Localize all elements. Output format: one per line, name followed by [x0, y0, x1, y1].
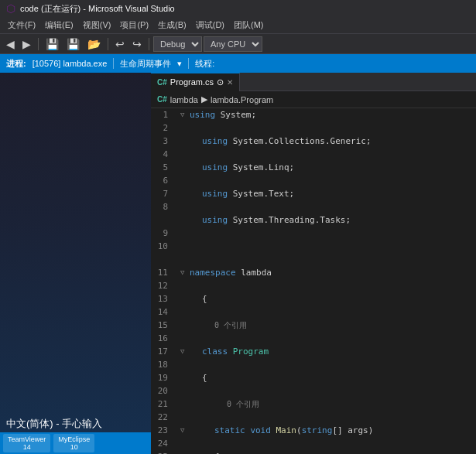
menu-bar: 文件(F) 编辑(E) 视图(V) 项目(P) 生成(B) 调试(D) 团队(M… — [0, 17, 476, 34]
taskbar-myeclipse[interactable]: MyEclipse 10 — [53, 434, 94, 452]
fold-icon-2 — [180, 135, 190, 148]
tab-pin-icon[interactable]: ⊙ — [217, 77, 224, 87]
code-text[interactable]: ▽using System; using System.Collections.… — [174, 108, 476, 454]
lifecycle-label: 生命周期事件 — [120, 58, 171, 70]
fold-icon-1[interactable]: ▽ — [180, 108, 190, 121]
tab-bar: C# Program.cs ⊙ ✕ — [151, 73, 476, 91]
breadcrumb-class[interactable]: lambda.Program — [211, 95, 273, 104]
breadcrumb: C# lambda ▶ lambda.Program — [151, 91, 476, 108]
code-line-4: using System.Text; — [180, 187, 476, 200]
taskbar: TeamViewer 14 MyEclipse 10 — [0, 432, 151, 454]
tab-filename: Program.cs — [170, 77, 214, 87]
sidebar: 中文(简体) - 手心输入 TeamViewer 14 MyEclipse 10 — [0, 73, 151, 454]
menu-debug[interactable]: 调试(D) — [191, 19, 229, 31]
code-line-12: { — [180, 450, 476, 454]
redo-button[interactable]: ↪ — [129, 37, 145, 51]
code-line-11: ▽static void Main(string[] args) — [180, 424, 476, 437]
menu-project[interactable]: 项目(P) — [115, 19, 153, 31]
cpu-dropdown[interactable]: Any CPU — [204, 36, 262, 52]
editor-area: C# Program.cs ⊙ ✕ C# lambda ▶ lambda.Pro… — [151, 73, 476, 454]
process-label: 进程: — [6, 58, 26, 70]
toolbar-sep-1 — [38, 38, 39, 50]
save-button[interactable]: 💾 — [43, 37, 62, 51]
tab-close-icon[interactable]: ✕ — [227, 78, 233, 87]
forward-button[interactable]: ▶ — [19, 37, 34, 51]
line-numbers: 1 2 3 4 5 6 7 8 9 10 11 12 13 14 15 16 1… — [151, 108, 174, 454]
breadcrumb-sep: ▶ — [201, 94, 207, 104]
code-line-7: ▽namespace lambda — [180, 266, 476, 279]
fold-icon-9[interactable]: ▽ — [180, 345, 190, 358]
taskbar-teamviewer-num: 14 — [23, 443, 31, 451]
debug-sep-2 — [188, 58, 189, 69]
code-line-5: using System.Threading.Tasks; — [180, 213, 476, 227]
code-line-10: { — [180, 371, 476, 384]
lifecycle-icon: ▾ — [177, 59, 182, 69]
debug-config-dropdown[interactable]: Debug — [153, 36, 202, 52]
toolbar-sep-2 — [108, 38, 108, 50]
tab-cs-icon: C# — [157, 78, 167, 87]
process-value: [10576] lambda.exe — [33, 59, 108, 68]
breadcrumb-namespace[interactable]: lambda — [170, 95, 198, 104]
taskbar-myeclipse-num: 10 — [70, 443, 78, 451]
code-editor[interactable]: 1 2 3 4 5 6 7 8 9 10 11 12 13 14 15 16 1… — [151, 108, 476, 454]
code-line-6 — [180, 240, 476, 253]
taskbar-teamviewer[interactable]: TeamViewer 14 — [3, 434, 50, 452]
toolbar-sep-3 — [149, 38, 149, 50]
thread-label: 线程: — [195, 58, 214, 70]
debug-bar: 进程: [10576] lambda.exe 生命周期事件 ▾ 线程: — [0, 54, 476, 73]
menu-file[interactable]: 文件(F) — [3, 19, 40, 31]
code-line-9: ▽class Program — [180, 345, 476, 358]
sidebar-background — [0, 73, 151, 454]
menu-team[interactable]: 团队(M) — [229, 19, 269, 31]
code-line-2: using System.Collections.Generic; — [180, 135, 476, 148]
taskbar-teamviewer-label: TeamViewer — [8, 435, 46, 443]
code-line-refcount-class: 0 个引用 — [180, 319, 476, 332]
undo-button[interactable]: ↩ — [112, 37, 128, 51]
menu-edit[interactable]: 编辑(E) — [40, 19, 78, 31]
fold-icon-11[interactable]: ▽ — [180, 424, 190, 437]
debug-sep — [113, 58, 114, 69]
breadcrumb-cs-icon: C# — [157, 95, 167, 104]
main-area: 中文(简体) - 手心输入 TeamViewer 14 MyEclipse 10… — [0, 73, 476, 454]
fold-icon-7[interactable]: ▽ — [180, 266, 190, 279]
ime-label: 中文(简体) - 手心输入 — [6, 417, 102, 431]
menu-view[interactable]: 视图(V) — [78, 19, 116, 31]
back-button[interactable]: ◀ — [3, 37, 18, 51]
menu-build[interactable]: 生成(B) — [153, 19, 191, 31]
code-line-8: { — [180, 292, 476, 306]
code-line-1: ▽using System; — [180, 108, 476, 121]
taskbar-myeclipse-label: MyEclipse — [58, 435, 90, 443]
editor-tab-program-cs[interactable]: C# Program.cs ⊙ ✕ — [151, 73, 240, 91]
save-all-button[interactable]: 💾 — [63, 37, 83, 51]
title-bar: ⬡ code (正在运行) - Microsoft Visual Studio — [0, 0, 476, 17]
toolbar: ◀ ▶ 💾 💾 📂 ↩ ↪ Debug Any CPU — [0, 34, 476, 54]
window-title: code (正在运行) - Microsoft Visual Studio — [20, 3, 175, 15]
open-button[interactable]: 📂 — [84, 37, 104, 51]
code-line-refcount-main: 0 个引用 — [180, 398, 476, 411]
vs-logo-icon: ⬡ — [6, 2, 15, 15]
code-line-3: using System.Linq; — [180, 161, 476, 174]
